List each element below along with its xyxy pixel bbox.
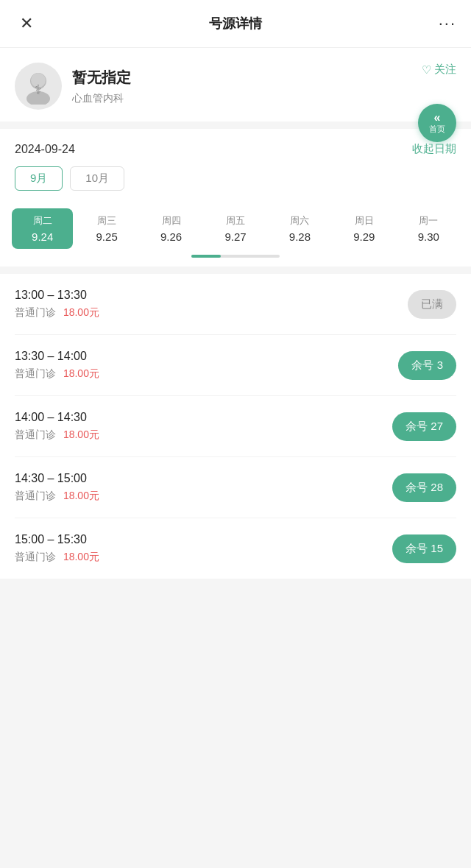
- slot-left: 15:00 – 15:30 普通门诊 18.00元: [15, 533, 99, 564]
- month-tab-september[interactable]: 9月: [15, 166, 63, 191]
- slot-button[interactable]: 余号 27: [392, 412, 456, 441]
- slot-item: 14:30 – 15:00 普通门诊 18.00元 余号 28: [15, 457, 456, 518]
- day-cell-9-29[interactable]: 周日 9.29: [333, 208, 394, 249]
- slot-left: 13:00 – 13:30 普通门诊 18.00元: [15, 289, 99, 320]
- day-row: 周二 9.24 周三 9.25 周四 9.26 周五 9.27 周六 9.28 …: [12, 208, 459, 249]
- slot-price: 18.00元: [63, 367, 99, 379]
- day-num-label: 9.28: [289, 230, 311, 243]
- follow-label: 关注: [434, 63, 456, 77]
- slot-type-label: 普通门诊: [15, 428, 56, 440]
- day-num-label: 9.24: [32, 230, 53, 243]
- collapse-date-button[interactable]: 收起日期: [412, 142, 456, 156]
- doctor-info: ⚕ 暂无指定 心血管内科: [15, 63, 131, 110]
- slot-time: 13:00 – 13:30: [15, 289, 99, 302]
- day-week-label: 周四: [162, 214, 181, 227]
- doctor-dept: 心血管内科: [72, 92, 131, 105]
- slot-button[interactable]: 余号 28: [392, 473, 456, 502]
- doctor-avatar-image: ⚕: [20, 68, 57, 105]
- day-cell-9-27[interactable]: 周五 9.27: [205, 208, 266, 249]
- slot-item: 13:00 – 13:30 普通门诊 18.00元 已满: [15, 274, 456, 335]
- slot-price: 18.00元: [63, 306, 99, 318]
- home-label: 首页: [429, 124, 445, 135]
- slot-type-label: 普通门诊: [15, 490, 56, 501]
- month-tabs: 9月 10月: [0, 166, 471, 201]
- scroll-thumb: [191, 255, 221, 258]
- header: ✕ 号源详情 ···: [0, 0, 471, 48]
- slot-button[interactable]: 余号 3: [398, 351, 456, 380]
- current-date: 2024-09-24: [15, 143, 75, 156]
- svg-text:⚕: ⚕: [35, 82, 42, 97]
- day-week-label: 周六: [290, 214, 309, 227]
- day-cell-9-26[interactable]: 周四 9.26: [141, 208, 202, 249]
- slot-button[interactable]: 已满: [408, 290, 456, 319]
- day-num-label: 9.26: [160, 230, 182, 243]
- day-week-label: 周日: [355, 214, 374, 227]
- slot-type: 普通门诊 18.00元: [15, 490, 99, 503]
- page-title: 号源详情: [209, 15, 262, 32]
- day-num-label: 9.30: [418, 230, 439, 243]
- slot-time: 14:00 – 14:30: [15, 411, 99, 424]
- slot-type-label: 普通门诊: [15, 367, 56, 379]
- slot-time: 13:30 – 14:00: [15, 350, 99, 363]
- day-week-label: 周二: [33, 214, 52, 227]
- avatar: ⚕: [15, 63, 62, 110]
- slots-container: 13:00 – 13:30 普通门诊 18.00元 已满 13:30 – 14:…: [0, 274, 471, 579]
- doctor-text: 暂无指定 心血管内科: [72, 68, 131, 105]
- slot-item: 14:00 – 14:30 普通门诊 18.00元 余号 27: [15, 396, 456, 457]
- slot-price: 18.00元: [63, 428, 99, 440]
- slot-time: 14:30 – 15:00: [15, 472, 99, 485]
- doctor-section: ⚕ 暂无指定 心血管内科 ♡ 关注 « 首页: [0, 48, 471, 121]
- day-selector: 周二 9.24 周三 9.25 周四 9.26 周五 9.27 周六 9.28 …: [0, 201, 471, 249]
- month-tab-october[interactable]: 10月: [70, 166, 124, 191]
- slot-price: 18.00元: [63, 551, 99, 562]
- more-icon[interactable]: ···: [439, 14, 456, 33]
- date-bar: 2024-09-24 收起日期: [0, 129, 471, 166]
- day-week-label: 周五: [226, 214, 245, 227]
- doctor-name: 暂无指定: [72, 68, 131, 88]
- slot-type: 普通门诊 18.00元: [15, 306, 99, 320]
- scroll-indicator: [0, 249, 471, 267]
- day-cell-9-28[interactable]: 周六 9.28: [269, 208, 330, 249]
- close-icon[interactable]: ✕: [15, 12, 38, 35]
- double-arrow-icon: «: [434, 112, 441, 124]
- slot-time: 15:00 – 15:30: [15, 533, 99, 546]
- day-week-label: 周一: [419, 214, 438, 227]
- day-cell-9-24[interactable]: 周二 9.24: [12, 208, 73, 249]
- scroll-track: [191, 255, 280, 258]
- slot-left: 13:30 – 14:00 普通门诊 18.00元: [15, 350, 99, 381]
- day-num-label: 9.25: [96, 230, 118, 243]
- slot-button[interactable]: 余号 15: [392, 534, 456, 563]
- slot-left: 14:00 – 14:30 普通门诊 18.00元: [15, 411, 99, 442]
- slot-type-label: 普通门诊: [15, 551, 56, 562]
- home-button[interactable]: « 首页: [418, 104, 456, 142]
- slot-type: 普通门诊 18.00元: [15, 367, 99, 381]
- slot-price: 18.00元: [63, 490, 99, 501]
- slot-left: 14:30 – 15:00 普通门诊 18.00元: [15, 472, 99, 503]
- slot-type: 普通门诊 18.00元: [15, 428, 99, 442]
- follow-button[interactable]: ♡ 关注: [422, 63, 456, 77]
- day-cell-9-25[interactable]: 周三 9.25: [76, 208, 137, 249]
- heart-icon: ♡: [422, 63, 431, 77]
- slot-item: 15:00 – 15:30 普通门诊 18.00元 余号 15: [15, 518, 456, 579]
- day-cell-9-30[interactable]: 周一 9.30: [398, 208, 459, 249]
- slot-type: 普通门诊 18.00元: [15, 551, 99, 564]
- day-num-label: 9.27: [224, 230, 246, 243]
- slot-type-label: 普通门诊: [15, 306, 56, 318]
- slot-item: 13:30 – 14:00 普通门诊 18.00元 余号 3: [15, 335, 456, 396]
- day-num-label: 9.29: [353, 230, 375, 243]
- day-week-label: 周三: [97, 214, 116, 227]
